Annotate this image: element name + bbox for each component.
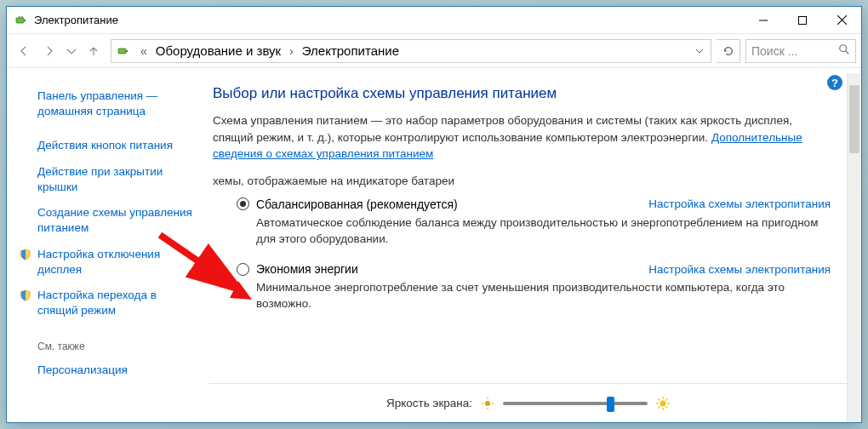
help-icon[interactable]: ? — [827, 75, 842, 90]
svg-rect-6 — [118, 49, 126, 54]
see-also-label: См. также — [22, 323, 194, 358]
chevron-right-icon: › — [286, 44, 297, 58]
battery-plug-icon — [115, 43, 132, 60]
shield-icon — [19, 289, 32, 302]
content: Панель управления — домашняя страница Де… — [7, 68, 861, 422]
sidebar-link[interactable]: Настройка перехода в спящий режим — [22, 283, 194, 323]
svg-rect-3 — [799, 16, 807, 24]
sidebar-link[interactable]: Создание схемы управления питанием — [22, 200, 194, 241]
refresh-button[interactable] — [717, 39, 740, 63]
page-heading: Выбор или настройка схемы управления пит… — [213, 85, 849, 102]
address-bar[interactable]: « Оборудование и звук › Электропитание — [111, 39, 711, 63]
sidebar-see-also-link[interactable]: Персонализация — [22, 358, 194, 383]
plan-name[interactable]: Экономия энергии — [256, 262, 642, 276]
power-plan-option: Сбалансированная (рекомендуется) Настрой… — [237, 197, 834, 248]
sidebar-home-link[interactable]: Панель управления — домашняя страница — [22, 83, 194, 124]
search-icon — [838, 43, 850, 58]
brightness-slider[interactable] — [503, 402, 648, 405]
page-description: Схема управления питанием — это набор па… — [213, 112, 849, 163]
brightness-label: Яркость экрана: — [386, 397, 472, 409]
svg-line-22 — [659, 406, 660, 408]
minimize-button[interactable] — [744, 7, 783, 33]
breadcrumb-part[interactable]: Оборудование и звук — [156, 43, 281, 58]
plan-description: Автоматическое соблюдение баланса между … — [256, 215, 834, 248]
plans-group: хемы, отображаемые на индикаторе батареи… — [213, 174, 849, 313]
svg-line-20 — [659, 398, 660, 400]
sidebar: Панель управления — домашняя страница Де… — [7, 68, 209, 422]
navbar: « Оборудование и звук › Электропитание П… — [7, 34, 861, 68]
maximize-button[interactable] — [783, 7, 822, 33]
svg-line-23 — [666, 398, 668, 400]
breadcrumb-part[interactable]: Электропитание — [302, 43, 399, 58]
plan-description: Минимальное энергопотребление за счет ум… — [256, 280, 834, 312]
radio-balanced[interactable] — [237, 197, 249, 210]
svg-rect-7 — [126, 50, 128, 52]
plan-settings-link[interactable]: Настройка схемы электропитания — [648, 263, 834, 276]
brightness-bar: Яркость экрана: — [209, 383, 847, 422]
back-button[interactable] — [12, 39, 36, 63]
sidebar-link[interactable]: Действие при закрытии крышки — [22, 159, 194, 200]
up-button[interactable] — [82, 39, 106, 63]
search-placeholder: Поиск ... — [751, 44, 835, 58]
breadcrumb-sep: « — [137, 44, 151, 58]
scrollbar[interactable] — [847, 73, 861, 422]
svg-rect-1 — [24, 20, 26, 21]
scrollbar-thumb[interactable] — [849, 85, 859, 153]
window-title: Электропитание — [34, 14, 744, 26]
search-input[interactable]: Поиск ... — [745, 39, 856, 63]
plan-name[interactable]: Сбалансированная (рекомендуется) — [256, 197, 642, 211]
slider-thumb[interactable] — [607, 397, 614, 412]
svg-line-9 — [846, 51, 849, 54]
radio-powersaver[interactable] — [237, 263, 249, 276]
battery-plug-icon — [14, 13, 29, 28]
power-plan-option: Экономия энергии Настройка схемы электро… — [237, 262, 834, 312]
forward-button[interactable] — [37, 39, 61, 63]
svg-rect-0 — [16, 18, 24, 23]
svg-line-21 — [666, 406, 668, 408]
sun-dim-icon — [481, 397, 494, 410]
window: Электропитание « Оборудование и звук › Э… — [6, 6, 862, 423]
svg-point-10 — [485, 401, 490, 406]
sidebar-item-label: Настройка перехода в спящий режим — [37, 289, 157, 317]
svg-point-15 — [660, 400, 666, 406]
sun-bright-icon — [656, 397, 670, 410]
shield-icon — [19, 248, 32, 261]
chevron-down-icon[interactable] — [692, 44, 707, 58]
recent-dropdown[interactable] — [63, 39, 80, 63]
sidebar-link[interactable]: Настройка отключения дисплея — [22, 242, 194, 283]
titlebar: Электропитание — [7, 7, 861, 34]
main-panel: ? Выбор или настройка схемы управления п… — [209, 68, 861, 422]
group-label: хемы, отображаемые на индикаторе батареи — [213, 174, 834, 187]
sidebar-item-label: Настройка отключения дисплея — [37, 248, 160, 276]
sidebar-link[interactable]: Действия кнопок питания — [22, 133, 194, 158]
plan-settings-link[interactable]: Настройка схемы электропитания — [648, 197, 834, 210]
close-button[interactable] — [822, 7, 861, 33]
svg-point-8 — [840, 45, 847, 52]
